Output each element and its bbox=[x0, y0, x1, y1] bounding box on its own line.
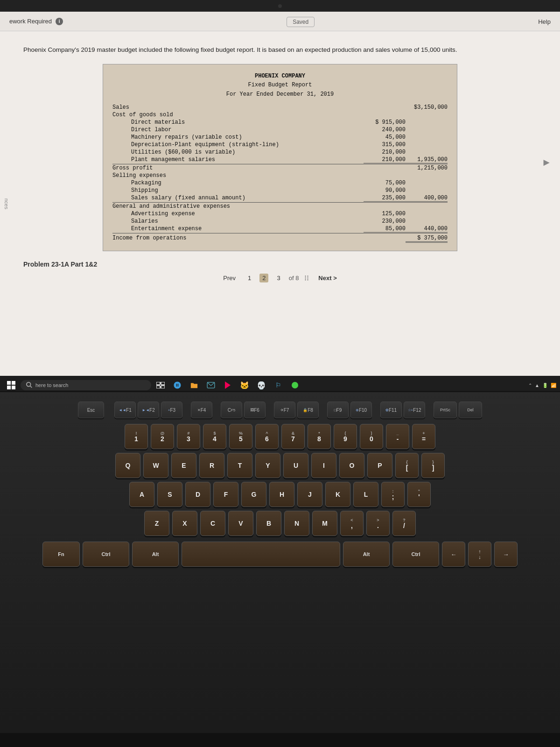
key-prtsc[interactable]: PrtSc bbox=[434, 402, 457, 418]
key-e[interactable]: E bbox=[171, 453, 196, 478]
key-alt-left[interactable]: Alt bbox=[132, 542, 179, 567]
key-arrow-up-down[interactable]: ↑↓ bbox=[468, 542, 491, 567]
key-j[interactable]: J bbox=[297, 482, 322, 507]
key-f[interactable]: F bbox=[213, 482, 238, 507]
key-i[interactable]: I bbox=[311, 453, 336, 478]
key-fn[interactable]: Fn bbox=[42, 542, 80, 567]
bookmark-icon[interactable]: ⚐ bbox=[271, 378, 286, 393]
cat-icon[interactable]: 🐱 bbox=[237, 378, 252, 393]
page-3[interactable]: 3 bbox=[274, 274, 283, 282]
problem-label: Problem 23-1A Part 1&2 bbox=[23, 261, 537, 268]
key-esc[interactable]: Esc bbox=[78, 402, 104, 418]
report-row-packaging: Packaging 75,000 bbox=[112, 179, 448, 187]
key-y[interactable]: Y bbox=[255, 453, 280, 478]
key-caret[interactable]: ^ 6 bbox=[255, 424, 279, 449]
media-player-icon[interactable] bbox=[220, 378, 235, 393]
key-amp[interactable]: & 7 bbox=[281, 424, 305, 449]
key-o[interactable]: O bbox=[339, 453, 364, 478]
key-f11[interactable]: ✿F11 bbox=[380, 402, 402, 418]
key-arrow-right[interactable]: → bbox=[494, 542, 518, 567]
key-p[interactable]: P bbox=[367, 453, 392, 478]
key-t[interactable]: T bbox=[227, 453, 252, 478]
key-g[interactable]: G bbox=[241, 482, 266, 507]
report-row-machinery-repairs: Machinery repairs (variable cost) 45,000 bbox=[112, 134, 448, 141]
key-x[interactable]: X bbox=[172, 511, 197, 536]
key-minus[interactable]: _ - bbox=[386, 424, 409, 449]
key-asterisk[interactable]: * 8 bbox=[308, 424, 331, 449]
key-f12[interactable]: ☆+F12 bbox=[404, 402, 425, 418]
budget-report-table: PHOENIX COMPANY Fixed Budget Report For … bbox=[103, 64, 457, 251]
report-row-direct-labor: Direct labor 240,000 bbox=[112, 126, 448, 134]
key-a[interactable]: A bbox=[129, 482, 154, 507]
key-equals[interactable]: + = bbox=[412, 424, 435, 449]
key-alt-right[interactable]: Alt bbox=[343, 542, 390, 567]
key-f8[interactable]: 🔒F8 bbox=[297, 402, 319, 418]
file-explorer-icon[interactable] bbox=[187, 378, 202, 393]
next-button[interactable]: Next > bbox=[315, 273, 340, 283]
skull-icon[interactable]: 💀 bbox=[254, 378, 269, 393]
key-f5[interactable]: CF5 bbox=[221, 402, 242, 418]
key-v[interactable]: V bbox=[228, 511, 253, 536]
edge-browser-icon[interactable] bbox=[170, 378, 185, 393]
report-period: For Year Ended December 31, 2019 bbox=[112, 90, 448, 99]
key-h[interactable]: H bbox=[269, 482, 294, 507]
key-b[interactable]: B bbox=[256, 511, 281, 536]
key-k[interactable]: K bbox=[325, 482, 350, 507]
start-button[interactable] bbox=[4, 378, 19, 393]
key-semicolon[interactable]: : ; bbox=[381, 482, 405, 507]
key-ctrl-left[interactable]: Ctrl bbox=[83, 542, 129, 567]
key-percent[interactable]: % 5 bbox=[229, 424, 252, 449]
company-name: PHOENIX COMPANY bbox=[112, 72, 448, 81]
key-f4[interactable]: ✕F4 bbox=[191, 402, 212, 418]
mail-icon[interactable] bbox=[203, 378, 218, 393]
key-q[interactable]: Q bbox=[115, 453, 140, 478]
prev-button[interactable]: Prev bbox=[219, 273, 239, 283]
key-c[interactable]: C bbox=[200, 511, 225, 536]
key-space[interactable] bbox=[182, 542, 340, 567]
key-w[interactable]: W bbox=[143, 453, 168, 478]
key-f3[interactable]: +F3 bbox=[161, 402, 182, 418]
key-f10[interactable]: ⊕F10 bbox=[350, 402, 372, 418]
key-period[interactable]: > . bbox=[366, 511, 390, 536]
key-ctrl-right[interactable]: Ctrl bbox=[392, 542, 439, 567]
page-1[interactable]: 1 bbox=[245, 274, 254, 282]
key-f6[interactable]: 🖼F6 bbox=[244, 402, 266, 418]
key-f9[interactable]: □F9 bbox=[327, 402, 349, 418]
key-lbracket[interactable]: { [ bbox=[395, 453, 419, 478]
report-row-direct-materials: Direct materials $ 915,000 bbox=[112, 119, 448, 126]
svg-rect-3 bbox=[12, 386, 15, 389]
page-2-active[interactable]: 2 bbox=[259, 274, 268, 282]
search-bar[interactable]: here to search bbox=[21, 380, 151, 390]
key-r[interactable]: R bbox=[199, 453, 224, 478]
key-comma[interactable]: < , bbox=[340, 511, 364, 536]
info-icon[interactable]: i bbox=[56, 18, 63, 25]
svg-rect-8 bbox=[156, 386, 160, 388]
grid-view-icon[interactable]: ⁝⁝ bbox=[304, 274, 309, 282]
key-s[interactable]: S bbox=[157, 482, 182, 507]
key-z[interactable]: Z bbox=[144, 511, 169, 536]
key-lparen[interactable]: ( 9 bbox=[334, 424, 357, 449]
key-slash[interactable]: ? / bbox=[392, 511, 416, 536]
key-n[interactable]: N bbox=[284, 511, 309, 536]
help-button[interactable]: Help bbox=[538, 18, 551, 25]
key-f2[interactable]: ►◄F2 bbox=[138, 402, 159, 418]
key-rparen[interactable]: ) 0 bbox=[360, 424, 383, 449]
key-d[interactable]: D bbox=[185, 482, 210, 507]
key-arrow-left[interactable]: ← bbox=[442, 542, 465, 567]
key-f1[interactable]: ◄◄F1 bbox=[114, 402, 136, 418]
key-exclaim[interactable]: ! 1 bbox=[125, 424, 148, 449]
key-u[interactable]: U bbox=[283, 453, 308, 478]
key-rbracket[interactable]: } ] bbox=[421, 453, 445, 478]
key-at[interactable]: @ 2 bbox=[151, 424, 174, 449]
report-row-utilities: Utilities ($60,000 is variable) 210,000 bbox=[112, 148, 448, 156]
report-row-gross-profit: Gross profit 1,215,000 bbox=[112, 164, 448, 172]
report-row-sales: Sales $3,150,000 bbox=[112, 104, 448, 111]
task-view-button[interactable] bbox=[153, 378, 168, 393]
key-m[interactable]: M bbox=[312, 511, 337, 536]
key-f7[interactable]: ✈F7 bbox=[274, 402, 295, 418]
key-hash[interactable]: # 3 bbox=[177, 424, 200, 449]
key-dollar[interactable]: $ 4 bbox=[203, 424, 226, 449]
key-quote[interactable]: " ' bbox=[407, 482, 431, 507]
key-del[interactable]: Del bbox=[459, 402, 482, 418]
key-l[interactable]: L bbox=[353, 482, 378, 507]
